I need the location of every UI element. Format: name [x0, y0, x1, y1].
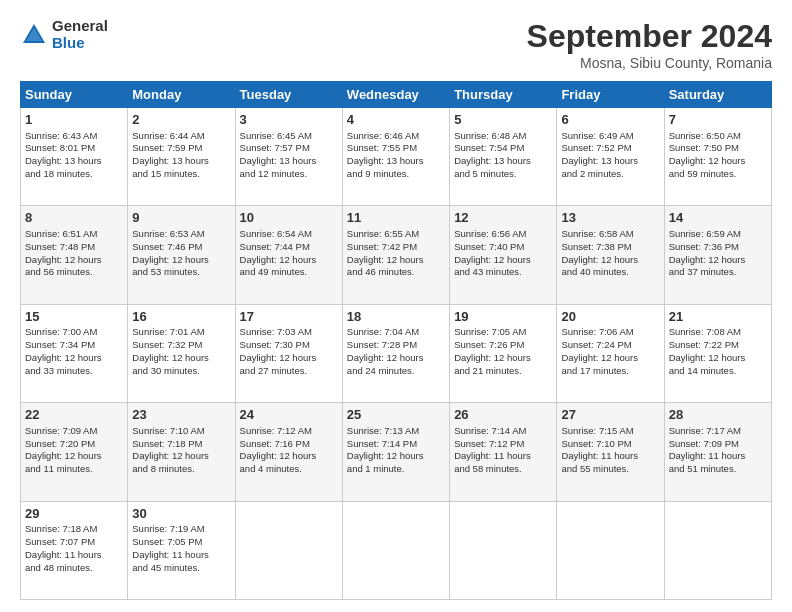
calendar-title: September 2024	[527, 18, 772, 55]
day-number: 19	[454, 308, 552, 326]
sunrise: Sunrise: 6:55 AM	[347, 228, 419, 239]
table-row: 26Sunrise: 7:14 AMSunset: 7:12 PMDayligh…	[450, 403, 557, 501]
sunrise: Sunrise: 6:46 AM	[347, 130, 419, 141]
table-row: 9Sunrise: 6:53 AMSunset: 7:46 PMDaylight…	[128, 206, 235, 304]
sunset: Sunset: 7:48 PM	[25, 241, 95, 252]
daylight-minutes: and 51 minutes.	[669, 463, 737, 474]
day-number: 26	[454, 406, 552, 424]
daylight-hours: Daylight: 11 hours	[132, 549, 209, 560]
sunrise: Sunrise: 7:14 AM	[454, 425, 526, 436]
daylight-hours: Daylight: 12 hours	[669, 254, 746, 265]
day-number: 14	[669, 209, 767, 227]
header-wednesday: Wednesday	[342, 82, 449, 108]
sunset: Sunset: 7:57 PM	[240, 142, 310, 153]
day-number: 7	[669, 111, 767, 129]
table-row	[342, 501, 449, 599]
sunset: Sunset: 7:40 PM	[454, 241, 524, 252]
daylight-hours: Daylight: 12 hours	[25, 352, 102, 363]
header-thursday: Thursday	[450, 82, 557, 108]
table-row: 4Sunrise: 6:46 AMSunset: 7:55 PMDaylight…	[342, 108, 449, 206]
daylight-hours: Daylight: 11 hours	[454, 450, 531, 461]
daylight-hours: Daylight: 12 hours	[25, 254, 102, 265]
sunrise: Sunrise: 6:43 AM	[25, 130, 97, 141]
sunset: Sunset: 7:07 PM	[25, 536, 95, 547]
sunrise: Sunrise: 7:18 AM	[25, 523, 97, 534]
table-row: 10Sunrise: 6:54 AMSunset: 7:44 PMDayligh…	[235, 206, 342, 304]
day-number: 4	[347, 111, 445, 129]
sunrise: Sunrise: 7:10 AM	[132, 425, 204, 436]
table-row: 16Sunrise: 7:01 AMSunset: 7:32 PMDayligh…	[128, 304, 235, 402]
sunset: Sunset: 7:36 PM	[669, 241, 739, 252]
header-friday: Friday	[557, 82, 664, 108]
daylight-hours: Daylight: 13 hours	[454, 155, 531, 166]
daylight-minutes: and 30 minutes.	[132, 365, 200, 376]
daylight-hours: Daylight: 12 hours	[240, 450, 317, 461]
sunrise: Sunrise: 6:50 AM	[669, 130, 741, 141]
day-number: 11	[347, 209, 445, 227]
sunrise: Sunrise: 6:49 AM	[561, 130, 633, 141]
sunrise: Sunrise: 7:03 AM	[240, 326, 312, 337]
sunrise: Sunrise: 7:04 AM	[347, 326, 419, 337]
sunrise: Sunrise: 7:13 AM	[347, 425, 419, 436]
sunrise: Sunrise: 7:15 AM	[561, 425, 633, 436]
title-block: September 2024 Mosna, Sibiu County, Roma…	[527, 18, 772, 71]
sunrise: Sunrise: 7:00 AM	[25, 326, 97, 337]
daylight-minutes: and 1 minute.	[347, 463, 405, 474]
day-number: 27	[561, 406, 659, 424]
day-number: 24	[240, 406, 338, 424]
sunset: Sunset: 7:55 PM	[347, 142, 417, 153]
daylight-minutes: and 58 minutes.	[454, 463, 522, 474]
daylight-hours: Daylight: 12 hours	[240, 352, 317, 363]
table-row: 3Sunrise: 6:45 AMSunset: 7:57 PMDaylight…	[235, 108, 342, 206]
daylight-minutes: and 24 minutes.	[347, 365, 415, 376]
sunset: Sunset: 7:32 PM	[132, 339, 202, 350]
daylight-minutes: and 43 minutes.	[454, 266, 522, 277]
daylight-hours: Daylight: 11 hours	[561, 450, 638, 461]
sunrise: Sunrise: 7:06 AM	[561, 326, 633, 337]
day-number: 17	[240, 308, 338, 326]
day-number: 28	[669, 406, 767, 424]
table-row: 11Sunrise: 6:55 AMSunset: 7:42 PMDayligh…	[342, 206, 449, 304]
daylight-minutes: and 17 minutes.	[561, 365, 629, 376]
page: General Blue September 2024 Mosna, Sibiu…	[0, 0, 792, 612]
daylight-minutes: and 27 minutes.	[240, 365, 308, 376]
sunset: Sunset: 7:14 PM	[347, 438, 417, 449]
day-number: 5	[454, 111, 552, 129]
table-row: 22Sunrise: 7:09 AMSunset: 7:20 PMDayligh…	[21, 403, 128, 501]
sunset: Sunset: 7:59 PM	[132, 142, 202, 153]
table-row	[235, 501, 342, 599]
daylight-minutes: and 59 minutes.	[669, 168, 737, 179]
daylight-minutes: and 48 minutes.	[25, 562, 93, 573]
daylight-minutes: and 5 minutes.	[454, 168, 516, 179]
daylight-hours: Daylight: 12 hours	[454, 254, 531, 265]
table-row: 21Sunrise: 7:08 AMSunset: 7:22 PMDayligh…	[664, 304, 771, 402]
sunrise: Sunrise: 7:09 AM	[25, 425, 97, 436]
table-row: 5Sunrise: 6:48 AMSunset: 7:54 PMDaylight…	[450, 108, 557, 206]
sunset: Sunset: 7:20 PM	[25, 438, 95, 449]
sunset: Sunset: 7:42 PM	[347, 241, 417, 252]
header-sunday: Sunday	[21, 82, 128, 108]
table-row	[664, 501, 771, 599]
day-number: 30	[132, 505, 230, 523]
daylight-hours: Daylight: 13 hours	[132, 155, 209, 166]
logo: General Blue	[20, 18, 108, 51]
table-row: 23Sunrise: 7:10 AMSunset: 7:18 PMDayligh…	[128, 403, 235, 501]
table-row	[450, 501, 557, 599]
daylight-hours: Daylight: 12 hours	[132, 254, 209, 265]
sunset: Sunset: 7:22 PM	[669, 339, 739, 350]
daylight-hours: Daylight: 11 hours	[669, 450, 746, 461]
daylight-minutes: and 33 minutes.	[25, 365, 93, 376]
calendar-subtitle: Mosna, Sibiu County, Romania	[527, 55, 772, 71]
day-number: 23	[132, 406, 230, 424]
sunset: Sunset: 7:34 PM	[25, 339, 95, 350]
daylight-minutes: and 21 minutes.	[454, 365, 522, 376]
daylight-hours: Daylight: 12 hours	[25, 450, 102, 461]
table-row: 17Sunrise: 7:03 AMSunset: 7:30 PMDayligh…	[235, 304, 342, 402]
sunset: Sunset: 7:09 PM	[669, 438, 739, 449]
daylight-hours: Daylight: 12 hours	[132, 450, 209, 461]
calendar-table: Sunday Monday Tuesday Wednesday Thursday…	[20, 81, 772, 600]
daylight-minutes: and 55 minutes.	[561, 463, 629, 474]
sunset: Sunset: 7:46 PM	[132, 241, 202, 252]
daylight-minutes: and 9 minutes.	[347, 168, 409, 179]
day-number: 15	[25, 308, 123, 326]
